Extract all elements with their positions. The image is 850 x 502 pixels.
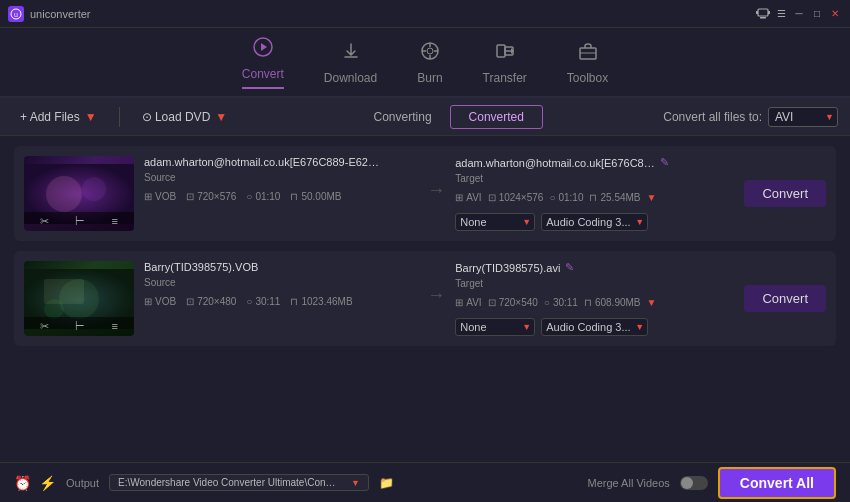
trim-icon-2[interactable]: ⊢ <box>75 320 85 333</box>
target-info-1: adam.wharton@hotmail.co.uk[E676C889-E628… <box>455 156 728 231</box>
edit-icon-1[interactable]: ✎ <box>660 156 669 169</box>
open-folder-icon[interactable]: 📁 <box>379 476 394 490</box>
settings-icon-2[interactable]: ≡ <box>111 320 117 333</box>
arrow-icon-2: → <box>427 261 445 306</box>
flash-icon[interactable]: ⚡ <box>39 475 56 491</box>
subtitle-select-wrapper-2: None ▼ <box>455 318 535 336</box>
audio-select-wrapper-2: Audio Coding 3... ▼ <box>541 318 648 336</box>
titlebar-left: u uniconverter <box>8 6 91 22</box>
merge-toggle[interactable] <box>680 476 708 490</box>
output-label: Output <box>66 477 99 489</box>
titlebar: u uniconverter ☰ ─ □ ✕ <box>0 0 850 28</box>
convert-all-button[interactable]: Convert All <box>718 467 836 499</box>
thumbnail-overlay-2: ✂ ⊢ ≡ <box>24 317 134 336</box>
source-format-1: ⊞ VOB <box>144 191 176 202</box>
target-controls-2: None ▼ Audio Coding 3... ▼ <box>455 318 728 336</box>
format-select-wrapper: AVI MP4 MKV MOV ▼ <box>768 107 838 127</box>
load-dvd-button[interactable]: ⊙ Load DVD ▼ <box>134 107 236 127</box>
target-resolution-2: ⊡ 720×540 <box>488 297 538 308</box>
thumbnail-overlay-1: ✂ ⊢ ≡ <box>24 212 134 231</box>
toolbar: + Add Files ▼ ⊙ Load DVD ▼ Converting Co… <box>0 98 850 136</box>
target-label-2: Target <box>455 278 728 289</box>
svg-point-10 <box>427 48 433 54</box>
svg-rect-15 <box>497 45 505 57</box>
svg-rect-4 <box>768 11 770 14</box>
load-dvd-label: ⊙ Load DVD <box>142 110 211 124</box>
nav-item-transfer[interactable]: Transfer <box>483 40 527 85</box>
convert-all-files-label: Convert all files to: <box>663 110 762 124</box>
file-row: ✂ ⊢ ≡ adam.wharton@hotmail.co.uk[E676C88… <box>14 146 836 241</box>
svg-point-22 <box>46 176 82 212</box>
target-format-2: ⊞ AVI <box>455 297 481 308</box>
audio-select-2[interactable]: Audio Coding 3... <box>541 318 648 336</box>
arrow-icon-1: → <box>427 156 445 201</box>
maximize-button[interactable]: □ <box>810 7 824 21</box>
scissors-icon-2[interactable]: ✂ <box>40 320 49 333</box>
toolbar-separator <box>119 107 120 127</box>
settings-icon[interactable]: ≡ <box>111 215 117 228</box>
window-controls: ☰ ─ □ ✕ <box>756 7 842 21</box>
file-row-2: ✂ ⊢ ≡ Barry(TID398575).VOB Source ⊞ VOB … <box>14 251 836 346</box>
target-size-1: ⊓ 25.54MB <box>589 192 640 203</box>
nav-item-download[interactable]: Download <box>324 40 377 85</box>
source-size-1: ⊓ 50.00MB <box>290 191 341 202</box>
content-area: ✂ ⊢ ≡ adam.wharton@hotmail.co.uk[E676C88… <box>0 136 850 462</box>
output-path-display: E:\Wondershare Video Converter Ultimate\… <box>109 474 369 491</box>
source-meta-1: ⊞ VOB ⊡ 720×576 ○ 01:10 ⊓ 50.00MB <box>144 191 417 202</box>
convert-button-1[interactable]: Convert <box>744 180 826 207</box>
svg-point-23 <box>82 177 106 201</box>
burn-icon <box>419 40 441 67</box>
target-dropdown-arrow-1[interactable]: ▼ <box>647 192 657 203</box>
svg-marker-7 <box>261 43 267 51</box>
notification-icon[interactable] <box>756 7 770 21</box>
output-path-text: E:\Wondershare Video Converter Ultimate\… <box>118 477 338 488</box>
merge-all-videos-label: Merge All Videos <box>587 477 669 489</box>
target-duration-1: ○ 01:10 <box>549 192 583 203</box>
tab-group: Converting Converted <box>245 105 653 129</box>
target-info-2: Barry(TID398575).avi ✎ Target ⊞ AVI ⊡ 72… <box>455 261 728 336</box>
toolbox-icon <box>577 40 599 67</box>
add-files-label: + Add Files <box>20 110 80 124</box>
subtitle-select-1[interactable]: None <box>455 213 535 231</box>
nav-item-convert[interactable]: Convert <box>242 36 284 89</box>
source-resolution-1: ⊡ 720×576 <box>186 191 236 202</box>
path-dropdown-arrow[interactable]: ▼ <box>351 478 360 488</box>
nav-label-transfer: Transfer <box>483 71 527 85</box>
add-files-button[interactable]: + Add Files ▼ <box>12 107 105 127</box>
close-button[interactable]: ✕ <box>828 7 842 21</box>
source-size-2: ⊓ 1023.46MB <box>290 296 352 307</box>
scissors-icon[interactable]: ✂ <box>40 215 49 228</box>
target-format-1: ⊞ AVI <box>455 192 481 203</box>
target-controls-1: None ▼ Audio Coding 3... ▼ <box>455 213 728 231</box>
svg-rect-5 <box>760 17 766 19</box>
svg-rect-27 <box>44 279 84 304</box>
source-duration-2: ○ 30:11 <box>246 296 280 307</box>
load-dvd-dropdown-arrow[interactable]: ▼ <box>215 110 227 124</box>
target-dropdown-arrow-2[interactable]: ▼ <box>647 297 657 308</box>
trim-icon[interactable]: ⊢ <box>75 215 85 228</box>
svg-text:u: u <box>14 11 18 18</box>
format-select[interactable]: AVI MP4 MKV MOV <box>768 107 838 127</box>
file-thumbnail-1: ✂ ⊢ ≡ <box>24 156 134 231</box>
convert-button-2[interactable]: Convert <box>744 285 826 312</box>
target-resolution-1: ⊡ 1024×576 <box>488 192 544 203</box>
minimize-button[interactable]: ─ <box>792 7 806 21</box>
add-files-dropdown-arrow[interactable]: ▼ <box>85 110 97 124</box>
transfer-icon <box>494 40 516 67</box>
subtitle-select-2[interactable]: None <box>455 318 535 336</box>
target-size-2: ⊓ 608.90MB <box>584 297 641 308</box>
edit-icon-2[interactable]: ✎ <box>565 261 574 274</box>
nav-item-burn[interactable]: Burn <box>417 40 442 85</box>
convert-icon <box>252 36 274 63</box>
menu-icon[interactable]: ☰ <box>774 7 788 21</box>
tab-converting[interactable]: Converting <box>356 105 450 129</box>
nav-item-toolbox[interactable]: Toolbox <box>567 40 608 85</box>
target-filename-2: Barry(TID398575).avi ✎ <box>455 261 728 274</box>
file-info-1: adam.wharton@hotmail.co.uk[E676C889-E628… <box>144 156 417 202</box>
source-label-2: Source <box>144 277 417 288</box>
source-filename-1: adam.wharton@hotmail.co.uk[E676C889-E628… <box>144 156 384 168</box>
audio-select-1[interactable]: Audio Coding 3... <box>541 213 648 231</box>
clock-icon[interactable]: ⏰ <box>14 475 31 491</box>
file-thumbnail-2: ✂ ⊢ ≡ <box>24 261 134 336</box>
tab-converted[interactable]: Converted <box>450 105 543 129</box>
